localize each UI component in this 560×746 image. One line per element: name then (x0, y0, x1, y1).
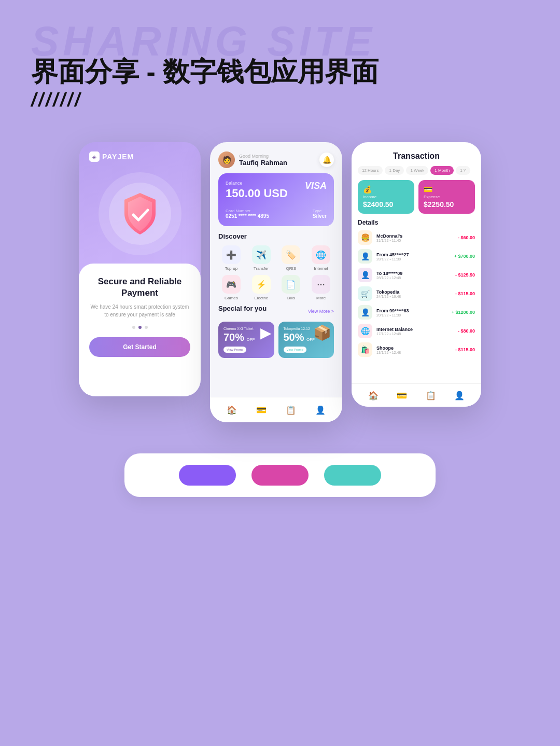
tx-tokopedia-amount: - $115.00 (455, 291, 475, 296)
promo-cinema[interactable]: Cinema XXI Ticket 70% OFF ▶ View Promo (218, 322, 274, 358)
shield-outer-circle (99, 172, 181, 255)
filter-1w[interactable]: 1 Week (406, 166, 428, 175)
qris-icon: 🏷️ (282, 245, 300, 264)
bills-icon: 📄 (282, 275, 300, 294)
discover-more[interactable]: ⋯ More (308, 275, 334, 300)
tx-tokopedia-name: Tokopedia (376, 289, 451, 295)
tx-to18-info: To 18*****09 28/1/22 • 12:48 (376, 271, 451, 280)
tx-nav-home-icon[interactable]: 🏠 (367, 389, 380, 402)
get-started-button[interactable]: Get Started (89, 337, 190, 357)
card-number-field: Card Number 0251 **** **** 4895 (226, 209, 269, 219)
swatch-pink (251, 465, 309, 486)
more-label: More (316, 296, 326, 300)
page-title: 界面分享 - 数字钱包应用界面 (31, 57, 529, 87)
card-type-label: Type (313, 209, 327, 213)
dot-1 (132, 326, 135, 329)
user-name: Taufiq Rahman (239, 159, 287, 167)
tx-shoope: 🛍️ Shoope 13/1/22 • 12:48 - $115.00 (358, 342, 475, 357)
time-filter-bar: 12 Hours 1 Day 1 Week 1 Month 1 Y (352, 166, 481, 180)
greeting-text: Good Morning Taufiq Rahman (239, 154, 287, 167)
nav-card-icon[interactable]: 💳 (255, 404, 268, 416)
dot-3 (145, 326, 148, 329)
dashboard-nav: 🏠 💳 📋 👤 (210, 397, 342, 422)
discover-topup[interactable]: ➕ Top-up (218, 245, 244, 271)
income-card: 💰 Income $2400.50 (358, 180, 414, 214)
promo-tokopedia[interactable]: Tokopedia 12.12 50% OFF 📦 View Promo (278, 322, 334, 358)
discover-grid: ➕ Top-up ✈️ Transfer 🏷️ QRIS 🌐 Internet … (218, 245, 334, 300)
payjem-icon: ◈ (89, 151, 100, 162)
transaction-list: 🍔 McDonnal's 31/1/22 • 11:45 - $60.00 👤 … (358, 230, 475, 357)
tx-from45-amount: + $700.00 (454, 254, 475, 259)
dashboard-header: 🧑 Good Morning Taufiq Rahman 🔔 (210, 142, 342, 173)
onboarding-title: Secure and Reliable Payment (89, 276, 190, 299)
tx-nav-doc-icon[interactable]: 📋 (425, 389, 437, 402)
electric-label: Electric (255, 296, 268, 300)
phones-showcase: ◈ PAYJEM (0, 121, 560, 453)
phone1-content-card: Secure and Reliable Payment We have 24 h… (79, 264, 201, 396)
expense-amount: $2250.50 (424, 200, 470, 209)
promo-tokopedia-btn[interactable]: View Promo (284, 347, 306, 353)
tx-to18-date: 28/1/22 • 12:48 (376, 276, 451, 280)
filter-1y[interactable]: 1 Y (456, 166, 470, 175)
promo-cinema-icon: ▶ (260, 324, 272, 341)
phone-onboarding: ◈ PAYJEM (79, 142, 201, 396)
view-more-link[interactable]: View More > (308, 309, 334, 314)
tx-internet-name: Internet Balance (376, 327, 454, 332)
discover-internet[interactable]: 🌐 Internet (308, 245, 334, 271)
discover-transfer[interactable]: ✈️ Transfer (248, 245, 274, 271)
card-details: Card Number 0251 **** **** 4895 Type Sil… (226, 209, 327, 219)
nav-doc-icon[interactable]: 📋 (285, 404, 297, 416)
expense-card: 💳 Expense $2250.50 (418, 180, 475, 214)
transaction-header: Transaction (352, 142, 481, 166)
visa-card: Balance 150.00 USD VISA Card Number 0251… (218, 173, 334, 226)
visa-logo: VISA (305, 181, 327, 191)
special-section: Special for you View More > Cinema XXI T… (210, 305, 342, 362)
discover-qris[interactable]: 🏷️ QRIS (278, 245, 304, 271)
tx-shoope-info: Shoope 13/1/22 • 12:48 (376, 346, 451, 354)
tx-tokopedia-date: 24/1/22 • 16:48 (376, 295, 451, 298)
notification-bell-icon[interactable]: 🔔 (319, 153, 334, 167)
games-icon: 🎮 (222, 275, 241, 294)
tx-from99: 👤 From 99*****63 20/1/22 • 11:30 + $1200… (358, 305, 475, 320)
discover-electric[interactable]: ⚡ Electric (248, 275, 274, 300)
swatch-purple (179, 465, 236, 486)
discover-title: Discover (218, 232, 334, 240)
phone-dashboard: 🧑 Good Morning Taufiq Rahman 🔔 Balance 1… (210, 142, 342, 422)
filter-1d[interactable]: 1 Day (385, 166, 404, 175)
tx-tokopedia-icon: 🛒 (358, 286, 372, 301)
nav-profile-icon[interactable]: 👤 (314, 404, 327, 416)
transfer-icon: ✈️ (252, 245, 271, 264)
tx-internet-info: Internet Balance 17/1/22 • 12:48 (376, 327, 454, 336)
tx-from45-name: From 45*****27 (376, 252, 450, 257)
transaction-details: Details 🍔 McDonnal's 31/1/22 • 11:45 - $… (352, 219, 481, 383)
tx-shoope-date: 13/1/22 • 12:48 (376, 351, 451, 354)
tx-from99-icon: 👤 (358, 305, 372, 320)
discover-games[interactable]: 🎮 Games (218, 275, 244, 300)
bg-title-text: SHARING SITE (31, 21, 529, 62)
promo-cinema-btn[interactable]: View Promo (223, 347, 246, 353)
good-morning-label: Good Morning (239, 154, 287, 159)
tx-internet: 🌐 Internet Balance 17/1/22 • 12:48 - $80… (358, 324, 475, 338)
more-icon: ⋯ (312, 275, 330, 294)
filter-12h[interactable]: 12 Hours (358, 166, 383, 175)
filter-1m[interactable]: 1 Month (430, 166, 454, 175)
tx-nav-profile-icon[interactable]: 👤 (453, 389, 466, 402)
promo-tokopedia-discount: 50% (284, 331, 304, 343)
tx-nav-card-icon[interactable]: 💳 (396, 389, 408, 402)
qris-label: QRIS (286, 266, 297, 271)
special-header: Special for you View More > (218, 305, 334, 317)
income-icon: 💰 (363, 185, 409, 194)
tx-to18: 👤 To 18*****09 28/1/22 • 12:48 - $125.50 (358, 268, 475, 282)
tx-from45-date: 28/1/22 • 11:30 (376, 257, 450, 261)
swatch-teal (324, 465, 381, 486)
internet-icon: 🌐 (312, 245, 330, 264)
shield-icon (117, 190, 163, 237)
nav-home-icon[interactable]: 🏠 (226, 404, 238, 416)
tx-from99-name: From 99*****63 (376, 308, 447, 313)
color-swatches-container (0, 453, 560, 523)
dot-2 (138, 326, 142, 329)
transfer-label: Transfer (254, 266, 269, 271)
discover-bills[interactable]: 📄 Bills (278, 275, 304, 300)
tx-mcdonalds-name: McDonnal's (376, 233, 454, 239)
transaction-title: Transaction (360, 151, 473, 161)
